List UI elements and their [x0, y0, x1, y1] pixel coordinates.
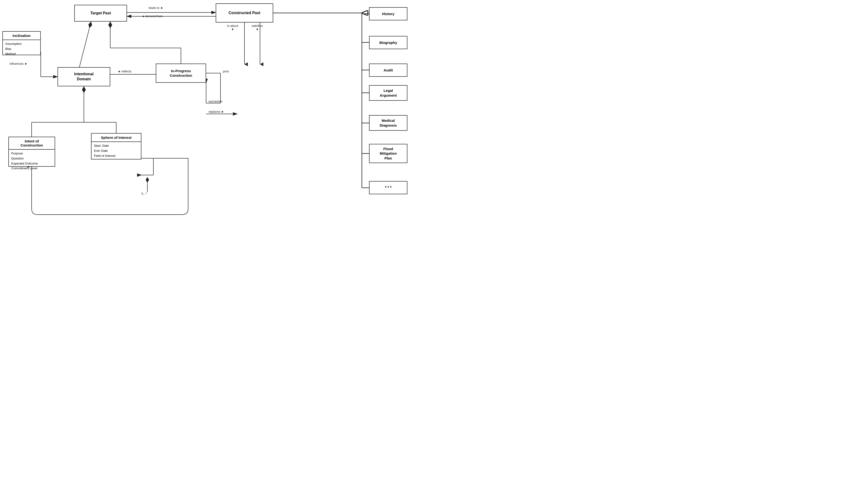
biography-box: Biography — [369, 36, 408, 49]
in-progress-box: In-ProgressConstruction — [156, 63, 206, 83]
target-past-box: Target Past — [74, 5, 127, 22]
constructed-past-label: Constructed Past — [229, 11, 260, 15]
inclination-title: Inclination — [3, 32, 40, 40]
target-past-label: Target Past — [90, 11, 111, 15]
derived-from-label: ◄ derived from — [141, 14, 163, 18]
prior-label: prior — [223, 70, 229, 73]
inclination-attrs: Assumption Bias Method — [3, 40, 40, 58]
constructed-past-box: Constructed Past — [216, 3, 273, 22]
audit-label: Audit — [384, 68, 393, 72]
intent-title: Intent ofConstruction — [9, 137, 55, 150]
in-progress-label: In-ProgressConstruction — [170, 69, 192, 78]
legal-label: LegalArgument — [380, 88, 397, 98]
sphere-attrs: Start: Date End: Date Field of Interest — [92, 142, 141, 160]
is-about-label: is about▼ — [227, 24, 238, 31]
biography-label: Biography — [379, 40, 397, 44]
legal-box: LegalArgument — [369, 85, 408, 101]
intentional-domain-box: IntentionalDomain — [58, 67, 110, 86]
replaces-label: replaces ► — [209, 110, 224, 113]
influences-label: influences ► — [9, 62, 27, 65]
intent-box: Intent ofConstruction Purpose Question E… — [8, 137, 55, 167]
svg-line-20 — [79, 22, 91, 68]
reflects-label: ◄ reflects — [117, 70, 131, 73]
flood-label: FloodMitigationPlan — [380, 147, 397, 161]
history-label: History — [382, 12, 394, 16]
stars-label: * * * — [385, 186, 392, 190]
satisfies-label: satisfies▼ — [252, 24, 263, 31]
history-box: History — [369, 7, 408, 20]
medical-box: MedicalDiagnosis — [369, 115, 408, 131]
sphere-box: Sphere of Interest Start: Date End: Date… — [91, 133, 141, 159]
sphere-title: Sphere of Interest — [92, 134, 141, 142]
intent-attrs: Purpose Question Expected Outcome Commit… — [9, 150, 55, 172]
diagram-container: Target Past Constructed Past Inclination… — [0, 0, 434, 247]
stars-box: * * * — [369, 181, 408, 194]
zero-star-label: 0.. * — [141, 192, 147, 195]
intentional-domain-label: IntentionalDomain — [74, 72, 94, 82]
svg-marker-40 — [146, 177, 149, 183]
medical-label: MedicalDiagnosis — [380, 118, 397, 128]
successor-label: successor — [209, 99, 223, 103]
audit-box: Audit — [369, 63, 408, 77]
inclination-box: Inclination Assumption Bias Method — [2, 31, 41, 55]
flood-box: FloodMitigationPlan — [369, 144, 408, 163]
leads-to-label: leads to ► — [149, 6, 163, 10]
